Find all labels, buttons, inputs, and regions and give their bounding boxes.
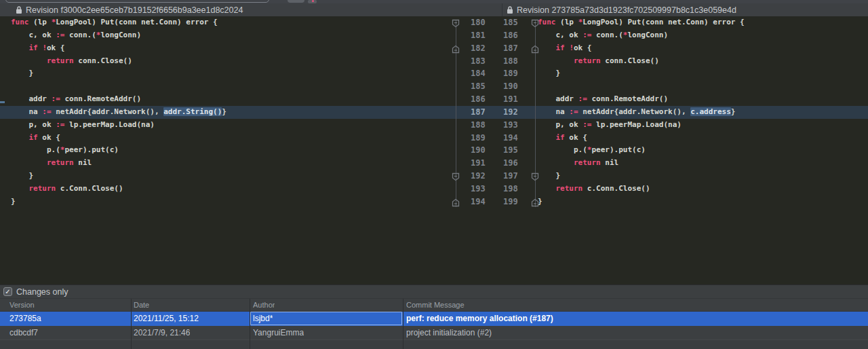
code-line — [538, 80, 745, 93]
cell-date[interactable]: 2021/11/25, 15:12 — [134, 312, 199, 326]
code-line: p, ok := lp.peerMap.Load(na) — [538, 119, 745, 132]
history-row[interactable]: 273785a2021/11/25, 15:12lsjbd*perf: redu… — [0, 312, 868, 326]
lock-icon — [507, 5, 513, 14]
fold-down-icon[interactable] — [452, 172, 460, 181]
fold-down-icon[interactable] — [531, 172, 539, 181]
code-line: na := netAddr{addr.Network(), c.address} — [538, 106, 745, 119]
code-line: p, ok := lp.peerMap.Load(na) — [11, 119, 226, 132]
toolbar-icon[interactable] — [308, 0, 317, 3]
search-input[interactable] — [5, 0, 269, 3]
toolbar-remnant — [0, 0, 868, 3]
column-divider[interactable] — [250, 299, 250, 349]
line-number: 188 — [471, 119, 486, 132]
code-line: p.(*peer).put(c) — [11, 144, 226, 157]
code-line: } — [538, 67, 745, 80]
code-line: } — [11, 196, 226, 208]
column-header-date[interactable]: Date — [134, 299, 149, 312]
line-number: 191 — [503, 93, 518, 106]
code-line: na := netAddr{addr.Network(), addr.Strin… — [11, 106, 226, 119]
cell-date[interactable]: 2021/7/9, 21:46 — [134, 326, 190, 339]
code-line: addr := conn.RemoteAddr() — [11, 93, 226, 106]
line-number: 189 — [471, 132, 486, 145]
cell-message[interactable]: project initialization (#2) — [406, 326, 492, 339]
column-header-author[interactable]: Author — [253, 299, 275, 312]
line-number: 187 — [471, 106, 486, 119]
line-number: 184 — [471, 67, 486, 80]
column-header-version[interactable]: Version — [9, 299, 35, 312]
code-line: func (lp *LongPool) Put(conn net.Conn) e… — [538, 16, 745, 29]
line-number: 189 — [503, 67, 518, 80]
column-divider[interactable] — [403, 299, 403, 349]
code-line: addr := conn.RemoteAddr() — [538, 93, 745, 106]
code-line: return nil — [538, 157, 745, 170]
line-number: 194 — [471, 196, 486, 208]
right-editor[interactable]: func (lp *LongPool) Put(conn net.Conn) e… — [538, 16, 745, 208]
line-number: 186 — [471, 93, 486, 106]
changes-only-option[interactable]: ✓ Changes only — [0, 285, 868, 299]
gutter-new-line-numbers: 1851861871881891901911921931941951961971… — [503, 16, 518, 208]
left-revision-title: Revision f3000c2ee65ceb7b19152f6656b9a3e… — [26, 5, 243, 15]
line-number: 187 — [503, 42, 518, 55]
code-line — [11, 80, 226, 93]
right-revision-header: Revision 273785a73d3d1923fc702509997b8c1… — [507, 3, 866, 16]
line-number: 198 — [503, 183, 518, 196]
cell-version[interactable]: cdbcdf7 — [9, 326, 38, 339]
code-line: if ok { — [11, 132, 226, 145]
code-line: return conn.Close() — [11, 55, 226, 68]
code-line: } — [538, 196, 745, 208]
column-divider[interactable] — [131, 299, 132, 349]
fold-up-icon[interactable] — [531, 44, 539, 53]
cell-author[interactable]: YangruiEmma — [253, 326, 304, 339]
notification-dot-icon — [312, 0, 314, 2]
code-line: return c.Conn.Close() — [11, 183, 226, 196]
line-number: 188 — [503, 55, 518, 68]
fold-up-icon[interactable] — [452, 44, 460, 53]
code-line: } — [11, 67, 226, 80]
code-line: } — [538, 170, 745, 183]
changes-only-checkbox[interactable]: ✓ — [3, 287, 12, 296]
fold-up-icon[interactable] — [452, 198, 460, 206]
code-line: c, ok := conn.(*longConn) — [538, 29, 745, 42]
history-row[interactable]: cdbcdf72021/7/9, 21:46YangruiEmmaproject… — [0, 326, 868, 339]
code-line: func (lp *LongPool) Put(conn net.Conn) e… — [11, 16, 226, 29]
toolbar-button[interactable] — [288, 0, 304, 3]
line-number: 195 — [503, 144, 518, 157]
line-number: 192 — [503, 106, 518, 119]
line-number: 197 — [503, 170, 518, 183]
changes-only-label: Changes only — [16, 287, 68, 297]
diff-viewer-window: Revision f3000c2ee65ceb7b19152f6656b9a3e… — [0, 0, 868, 349]
cell-version[interactable]: 273785a — [9, 312, 41, 326]
left-editor[interactable]: func (lp *LongPool) Put(conn net.Conn) e… — [11, 16, 226, 208]
fold-down-icon[interactable] — [452, 18, 460, 27]
line-number: 185 — [471, 80, 486, 93]
cell-message[interactable]: perf: reduce memory allocation (#187) — [406, 312, 553, 326]
fold-up-icon[interactable] — [531, 198, 539, 206]
column-header-commit-message[interactable]: Commit Message — [406, 299, 465, 312]
line-number: 194 — [503, 132, 518, 145]
line-number: 192 — [471, 170, 486, 183]
line-number: 185 — [503, 16, 518, 29]
cell-author[interactable]: lsjbd* — [253, 312, 273, 326]
line-number: 199 — [503, 196, 518, 208]
line-number: 191 — [471, 157, 486, 170]
change-marker-tick — [0, 101, 5, 103]
diff-area: func (lp *LongPool) Put(conn net.Conn) e… — [0, 16, 868, 284]
history-panel: ✓ Changes only VersionDateAuthorCommit M… — [0, 284, 868, 349]
line-number: 193 — [471, 183, 486, 196]
fold-down-icon[interactable] — [531, 18, 539, 27]
line-number: 182 — [471, 42, 486, 55]
code-line: c, ok := conn.(*longConn) — [11, 29, 226, 42]
line-number: 181 — [471, 29, 486, 42]
code-line: if ok { — [538, 132, 745, 145]
code-line: } — [11, 170, 226, 183]
line-number: 186 — [503, 29, 518, 42]
code-line: return nil — [11, 157, 226, 170]
header-divider — [502, 3, 502, 16]
line-number: 183 — [471, 55, 486, 68]
code-line: return conn.Close() — [538, 55, 745, 68]
gutter-old-line-numbers: 1801811821831841851861871881891901911921… — [471, 16, 486, 208]
left-revision-header: Revision f3000c2ee65ceb7b19152f6656b9a3e… — [16, 3, 498, 16]
right-revision-title: Revision 273785a73d3d1923fc702509997b8c1… — [517, 5, 736, 15]
line-number: 190 — [471, 144, 486, 157]
lock-icon — [16, 5, 22, 14]
